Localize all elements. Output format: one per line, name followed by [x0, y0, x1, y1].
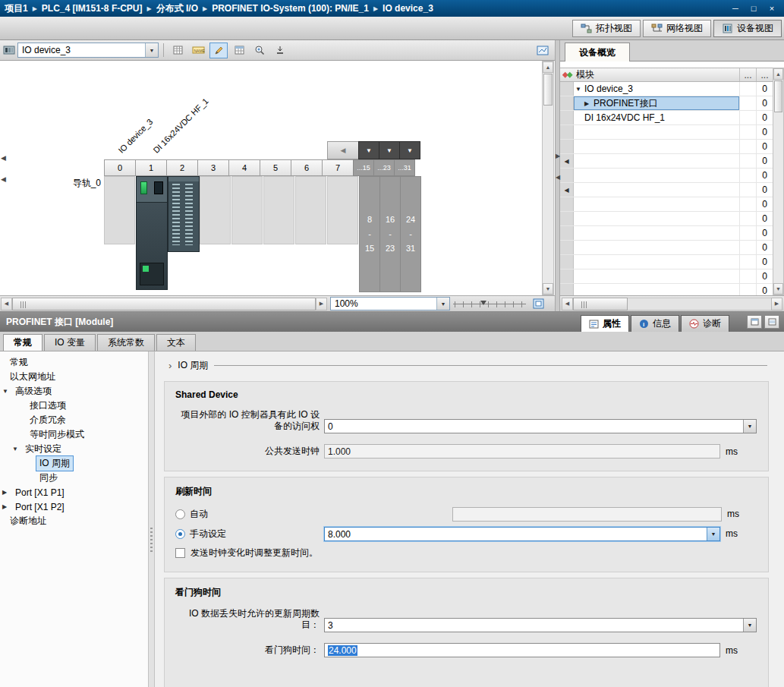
- zoom-button[interactable]: [250, 43, 269, 58]
- nav-splitter[interactable]: [149, 351, 155, 687]
- scroll-up-button[interactable]: ▲: [773, 68, 783, 80]
- module-name-cell[interactable]: ▶PROFINET接口: [574, 96, 739, 110]
- slot-number-header[interactable]: 3: [197, 159, 229, 176]
- module-name-cell[interactable]: [574, 197, 739, 211]
- close-button[interactable]: ×: [764, 2, 779, 15]
- address-range-header[interactable]: ...31: [394, 159, 415, 176]
- expand-arrow-icon[interactable]: ▼: [575, 86, 584, 93]
- dropdown-arrow-icon[interactable]: ▼: [707, 528, 719, 540]
- module-name-cell[interactable]: [574, 169, 739, 182]
- slot-number-header[interactable]: 6: [291, 159, 323, 176]
- slot-number-header[interactable]: 2: [166, 159, 198, 176]
- inspector-nav-item[interactable]: ▶Port [X1 P1]: [0, 485, 148, 499]
- empty-slot[interactable]: [263, 176, 294, 244]
- table-row[interactable]: ◀0: [560, 183, 773, 197]
- inspector-nav-item[interactable]: 等时同步模式: [0, 427, 148, 442]
- collapse-inspector-button[interactable]: [747, 315, 762, 329]
- tree-arrow-icon[interactable]: ▶: [2, 489, 11, 496]
- module-name-cell[interactable]: [574, 269, 739, 283]
- dropdown-arrow-icon[interactable]: ▼: [743, 420, 756, 433]
- zoom-slider-thumb[interactable]: [480, 301, 486, 305]
- scroll-down-button[interactable]: ▼: [543, 283, 553, 295]
- address-filter-dropdown-button[interactable]: ▼: [399, 141, 420, 159]
- scrollbar-track[interactable]: [543, 73, 553, 283]
- tree-arrow-icon[interactable]: ▶: [2, 503, 11, 510]
- show-labels-button[interactable]: NAME: [189, 43, 207, 58]
- module-name-cell[interactable]: [574, 183, 739, 197]
- section-chevron-icon[interactable]: ›: [168, 360, 172, 371]
- splitter-expand-icon[interactable]: ◀: [556, 174, 560, 181]
- breadcrumb-item[interactable]: 分布式 I/O: [156, 2, 198, 15]
- slot-number-header[interactable]: 4: [228, 159, 260, 176]
- tree-arrow-icon[interactable]: ▼: [12, 446, 21, 452]
- zoom-level-select[interactable]: 100% ▼: [330, 297, 450, 310]
- fit-to-window-button[interactable]: [529, 296, 547, 312]
- tab-device-overview[interactable]: 设备概览: [565, 43, 630, 61]
- pane-splitter[interactable]: ▶ ◀: [555, 40, 560, 311]
- module-name-cell[interactable]: [574, 154, 739, 168]
- column-header-truncated[interactable]: ...: [739, 68, 756, 81]
- module-name-cell[interactable]: [574, 241, 739, 254]
- tab-system-constants[interactable]: 系统常数: [97, 334, 155, 351]
- table-view-button[interactable]: [230, 43, 248, 58]
- left-pane-collapse-handle[interactable]: ◀: [1, 175, 6, 183]
- inspector-nav-item[interactable]: 同步: [0, 471, 148, 485]
- address-filter-dropdown-button[interactable]: ▼: [379, 141, 400, 159]
- address-filter-dropdown-button[interactable]: ▼: [358, 141, 379, 159]
- tab-io-tags[interactable]: IO 变量: [44, 334, 96, 351]
- breadcrumb-item[interactable]: IO device_3: [383, 3, 433, 14]
- dropdown-arrow-icon[interactable]: ▼: [743, 619, 756, 632]
- inspector-layout-button[interactable]: [764, 315, 779, 329]
- watchdog-time-input[interactable]: 24.000: [324, 643, 720, 657]
- table-row[interactable]: ▶PROFINET接口0: [560, 96, 773, 111]
- splitter-collapse-icon[interactable]: ▶: [556, 153, 560, 159]
- slot-number-header[interactable]: 7: [322, 159, 354, 176]
- device-view-vertical-scrollbar[interactable]: ▲ ▼: [542, 61, 554, 295]
- accepted-cycles-select[interactable]: 3 ▼: [324, 618, 757, 632]
- module-name-cell[interactable]: DI 16x24VDC HF_1: [574, 111, 739, 124]
- module-name-cell[interactable]: [574, 125, 739, 139]
- scrollbar-thumb[interactable]: [543, 74, 553, 106]
- tab-general[interactable]: 常规: [3, 334, 43, 351]
- adapt-checkbox-label[interactable]: 发送时钟变化时调整更新时间。: [190, 547, 318, 559]
- table-row[interactable]: DI 16x24VDC HF_10: [560, 111, 773, 125]
- module-name-cell[interactable]: [574, 226, 739, 240]
- column-header-truncated[interactable]: ...: [756, 68, 773, 81]
- inspector-nav-item[interactable]: 介质冗余: [0, 413, 148, 427]
- scrollbar-thumb[interactable]: [573, 298, 628, 310]
- scrollbar-thumb[interactable]: [12, 298, 316, 310]
- inspector-nav-item[interactable]: 常规: [0, 355, 148, 370]
- breadcrumb-item[interactable]: 项目1: [5, 2, 28, 15]
- slot-number-header[interactable]: 1: [135, 159, 167, 176]
- empty-slot[interactable]: [200, 176, 231, 244]
- table-row[interactable]: 0: [560, 197, 773, 212]
- expand-arrow-icon[interactable]: ▶: [584, 100, 594, 107]
- table-row[interactable]: 0: [560, 212, 773, 226]
- module-name-cell[interactable]: ▼IO device_3: [574, 82, 739, 96]
- inspector-nav-item[interactable]: 接口选项: [0, 399, 148, 413]
- scroll-left-button[interactable]: ◀: [1, 298, 12, 310]
- empty-slot[interactable]: [327, 176, 358, 244]
- scroll-up-button[interactable]: ▲: [543, 61, 553, 73]
- external-access-select[interactable]: 0 ▼: [324, 419, 757, 433]
- device-view-canvas[interactable]: IO device_3 DI 16x24VDC HF_1 导轨_0 ◀ ▼▼▼ …: [0, 61, 555, 295]
- table-row[interactable]: 0: [560, 169, 773, 183]
- scrollbar-thumb[interactable]: [774, 80, 782, 112]
- table-row[interactable]: 0: [560, 255, 773, 269]
- slot-number-header[interactable]: 5: [260, 159, 291, 176]
- slot-number-header[interactable]: 0: [104, 159, 136, 176]
- scrollbar-track[interactable]: [773, 80, 783, 283]
- overview-diagram-button[interactable]: [534, 43, 552, 58]
- empty-slot[interactable]: [295, 176, 326, 244]
- empty-slot[interactable]: [104, 176, 135, 244]
- inspector-nav-item[interactable]: 以太网地址: [0, 370, 148, 384]
- manual-radio[interactable]: [175, 529, 185, 539]
- network-view-button[interactable]: 网络视图: [643, 20, 711, 37]
- auto-radio[interactable]: [175, 509, 185, 519]
- device-select[interactable]: IO device_3 ▼: [17, 43, 159, 58]
- topology-view-button[interactable]: 拓扑视图: [572, 20, 641, 37]
- tab-texts[interactable]: 文本: [156, 334, 196, 351]
- collapse-addresses-button[interactable]: ◀: [327, 141, 359, 159]
- table-row[interactable]: 0: [560, 140, 773, 154]
- overview-horizontal-scrollbar[interactable]: ◀ ▶: [560, 295, 784, 311]
